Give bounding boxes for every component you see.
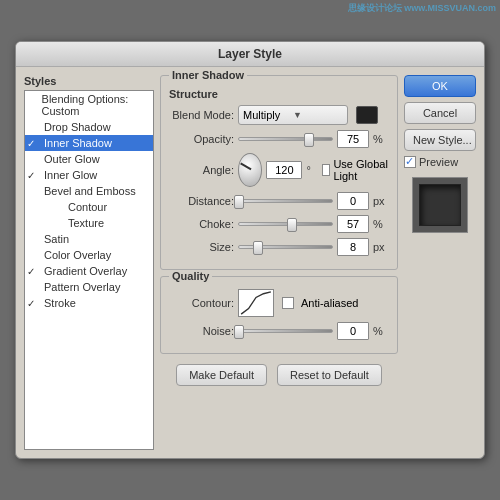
ok-button[interactable]: OK	[404, 75, 476, 97]
style-label: Blending Options: Custom	[42, 93, 147, 117]
styles-list[interactable]: Blending Options: Custom Drop Shadow✓Inn…	[24, 90, 154, 450]
check-icon	[27, 154, 41, 165]
noise-input[interactable]: 0	[337, 322, 369, 340]
opacity-thumb[interactable]	[304, 133, 314, 147]
layer-preview-box	[412, 177, 468, 233]
blend-mode-select[interactable]: Multiply ▼	[238, 105, 348, 125]
angle-input[interactable]: 120	[266, 161, 302, 179]
style-label: Satin	[44, 233, 69, 245]
reset-default-button[interactable]: Reset to Default	[277, 364, 382, 386]
style-label: Drop Shadow	[44, 121, 111, 133]
distance-track	[238, 199, 333, 203]
size-row: Size: 8 px	[169, 238, 389, 256]
dialog-title-bar: Layer Style 思缘设计论坛 www.MISSVUAN.com	[16, 42, 484, 67]
style-item-blending[interactable]: Blending Options: Custom	[25, 91, 153, 119]
distance-slider[interactable]	[238, 194, 333, 208]
style-label: Pattern Overlay	[44, 281, 120, 293]
style-item-satin[interactable]: Satin	[25, 231, 153, 247]
new-style-button[interactable]: New Style...	[404, 129, 476, 151]
make-default-button[interactable]: Make Default	[176, 364, 267, 386]
layer-style-dialog: Layer Style 思缘设计论坛 www.MISSVUAN.com Styl…	[15, 41, 485, 459]
quality-label: Quality	[169, 270, 212, 282]
choke-row: Choke: 57 %	[169, 215, 389, 233]
style-label: Bevel and Emboss	[44, 185, 136, 197]
preview-checkbox[interactable]	[404, 156, 416, 168]
size-thumb[interactable]	[253, 241, 263, 255]
noise-slider[interactable]	[238, 324, 333, 338]
opacity-track	[238, 137, 333, 141]
check-icon	[27, 122, 41, 133]
check-icon: ✓	[27, 298, 41, 309]
style-label: Contour	[60, 201, 107, 213]
blend-mode-value: Multiply	[243, 109, 293, 121]
style-item-outer-glow[interactable]: Outer Glow	[25, 151, 153, 167]
opacity-row: Opacity: 75 %	[169, 130, 389, 148]
opacity-label: Opacity:	[169, 133, 234, 145]
style-label: Outer Glow	[44, 153, 100, 165]
distance-unit: px	[373, 195, 389, 207]
style-item-drop-shadow[interactable]: Drop Shadow	[25, 119, 153, 135]
style-item-inner-shadow[interactable]: ✓Inner Shadow	[25, 135, 153, 151]
check-icon	[27, 250, 41, 261]
check-icon	[43, 202, 57, 213]
choke-label: Choke:	[169, 218, 234, 230]
contour-thumbnail[interactable]	[238, 289, 274, 317]
style-label: Inner Glow	[44, 169, 97, 181]
global-light-checkbox[interactable]	[322, 164, 331, 176]
choke-thumb[interactable]	[287, 218, 297, 232]
styles-panel: Styles Blending Options: Custom Drop Sha…	[24, 75, 154, 450]
blend-mode-row: Blend Mode: Multiply ▼	[169, 105, 389, 125]
size-label: Size:	[169, 241, 234, 253]
check-icon: ✓	[27, 170, 41, 181]
preview-label: Preview	[419, 156, 458, 168]
check-icon	[27, 282, 41, 293]
style-item-gradient-overlay[interactable]: ✓Gradient Overlay	[25, 263, 153, 279]
angle-unit: °	[306, 164, 317, 176]
style-label: Color Overlay	[44, 249, 111, 261]
check-icon: ✓	[27, 266, 41, 277]
angle-label: Angle:	[169, 164, 234, 176]
choke-slider[interactable]	[238, 217, 333, 231]
structure-section: Structure Blend Mode: Multiply ▼ Opacity…	[169, 88, 389, 256]
size-slider[interactable]	[238, 240, 333, 254]
style-item-texture[interactable]: Texture	[25, 215, 153, 231]
style-item-color-overlay[interactable]: Color Overlay	[25, 247, 153, 263]
distance-input[interactable]: 0	[337, 192, 369, 210]
distance-thumb[interactable]	[234, 195, 244, 209]
choke-unit: %	[373, 218, 389, 230]
check-icon	[27, 186, 41, 197]
global-light-label: Use Global Light	[333, 158, 389, 182]
check-icon	[27, 100, 39, 111]
noise-thumb[interactable]	[234, 325, 244, 339]
opacity-input[interactable]: 75	[337, 130, 369, 148]
cancel-button[interactable]: Cancel	[404, 102, 476, 124]
size-input[interactable]: 8	[337, 238, 369, 256]
opacity-slider[interactable]	[238, 132, 333, 146]
section-title: Inner Shadow	[169, 69, 247, 81]
angle-dial[interactable]	[238, 153, 262, 187]
blend-mode-arrow: ▼	[293, 110, 343, 120]
anti-aliased-checkbox[interactable]	[282, 297, 294, 309]
style-item-stroke[interactable]: ✓Stroke	[25, 295, 153, 311]
style-item-contour[interactable]: Contour	[25, 199, 153, 215]
style-item-inner-glow[interactable]: ✓Inner Glow	[25, 167, 153, 183]
check-icon	[27, 234, 41, 245]
noise-label: Noise:	[169, 325, 234, 337]
bottom-buttons-row: Make Default Reset to Default	[160, 364, 398, 386]
global-light-check[interactable]: Use Global Light	[322, 158, 389, 182]
style-item-pattern-overlay[interactable]: Pattern Overlay	[25, 279, 153, 295]
choke-input[interactable]: 57	[337, 215, 369, 233]
contour-label: Contour:	[169, 297, 234, 309]
style-label: Texture	[60, 217, 104, 229]
angle-row: Angle: 120 ° Use Global Light	[169, 153, 389, 187]
styles-label: Styles	[24, 75, 154, 87]
check-icon	[43, 218, 57, 229]
quality-section: Quality Contour: Anti-aliased	[160, 276, 398, 354]
style-item-bevel-emboss[interactable]: Bevel and Emboss	[25, 183, 153, 199]
blend-mode-label: Blend Mode:	[169, 109, 234, 121]
noise-track	[238, 329, 333, 333]
inner-shadow-section: Inner Shadow Structure Blend Mode: Multi…	[160, 75, 398, 270]
choke-track	[238, 222, 333, 226]
right-buttons: OK Cancel New Style... Preview	[404, 75, 476, 450]
blend-mode-color-swatch[interactable]	[356, 106, 378, 124]
